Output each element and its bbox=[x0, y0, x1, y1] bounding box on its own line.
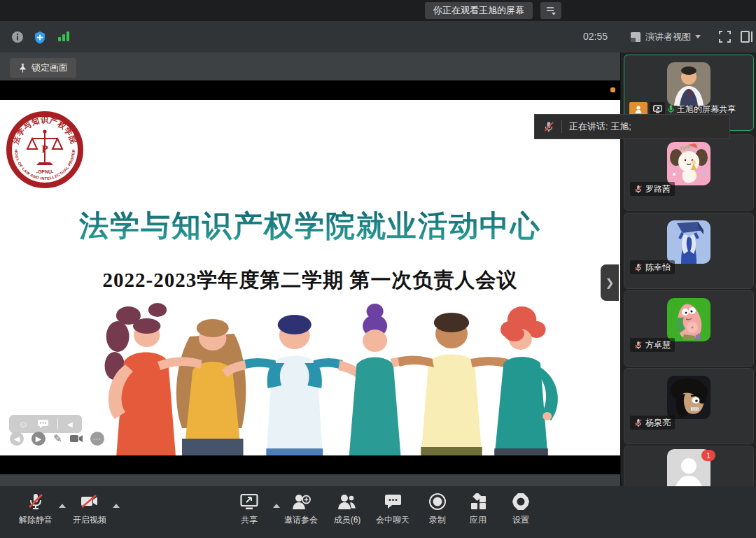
apps-grid-icon bbox=[470, 493, 487, 511]
shared-screen-area: 锁定画面 法学与知识产权学院 SCHOOL OF LAW AND bbox=[0, 52, 620, 486]
chat-icon bbox=[384, 493, 402, 510]
mic-active-icon bbox=[667, 104, 675, 114]
shield-plus-icon bbox=[34, 31, 46, 44]
notification-badge: 1 bbox=[701, 450, 715, 461]
prev-slide-button[interactable]: ◀ bbox=[10, 432, 24, 446]
avatar bbox=[667, 298, 710, 341]
signal-bars-icon bbox=[57, 31, 70, 42]
divider bbox=[57, 418, 58, 430]
view-mode-selector[interactable]: 演讲者视图 bbox=[630, 21, 701, 52]
layout-view-icon bbox=[630, 31, 641, 43]
mic-muted-icon bbox=[634, 341, 643, 350]
invite-label: 邀请参会 bbox=[284, 514, 318, 526]
presenter-tools-pill[interactable]: ☺ ◀ bbox=[9, 415, 82, 433]
presentation-slide: 法学与知识产权学院 SCHOOL OF LAW AND INTELLECTUAL… bbox=[0, 100, 620, 455]
slide-title: 法学与知识产权学院就业活动中心 bbox=[0, 206, 620, 246]
mic-muted-icon bbox=[634, 263, 643, 272]
participant-name-chip: 杨泉亮 bbox=[630, 416, 675, 430]
start-video-button[interactable]: 开启视频 bbox=[60, 493, 119, 526]
fullscreen-button[interactable] bbox=[719, 31, 731, 45]
participant-name: 罗路茜 bbox=[645, 183, 671, 195]
unmute-button[interactable]: 解除静音 bbox=[6, 493, 65, 526]
avatar: Yummy bbox=[667, 142, 710, 185]
hamburger-icon bbox=[545, 6, 556, 15]
participant-tile-luoluqian[interactable]: Yummy bbox=[624, 134, 754, 211]
avatar bbox=[667, 376, 710, 419]
record-label: 录制 bbox=[429, 514, 446, 526]
avatar bbox=[667, 220, 710, 264]
participant-name-chip: 罗路茜 bbox=[630, 182, 675, 196]
participant-name: 陈幸怡 bbox=[645, 262, 671, 274]
share-label: 共享 bbox=[241, 514, 258, 526]
participant-tile-unknown[interactable]: 1 bbox=[624, 446, 754, 486]
chevron-down-icon bbox=[695, 35, 701, 38]
side-panel-icon bbox=[741, 31, 752, 43]
fullscreen-icon bbox=[719, 31, 731, 43]
avatar-yangquanliang bbox=[667, 376, 710, 419]
lock-view-label: 锁定画面 bbox=[31, 62, 68, 74]
video-options-caret[interactable] bbox=[113, 504, 120, 508]
next-slide-button[interactable]: ▶ bbox=[31, 432, 46, 446]
camera-tool-icon[interactable] bbox=[70, 434, 83, 443]
mic-muted-icon bbox=[27, 493, 45, 511]
friends-illustration bbox=[84, 300, 574, 455]
speaking-tooltip: 正在讲话: 王旭; bbox=[534, 114, 730, 139]
shared-screen-frame: 法学与知识产权学院 SCHOOL OF LAW AND INTELLECTUAL… bbox=[0, 80, 620, 474]
avatar-chenxingyi bbox=[667, 220, 710, 264]
bottom-control-bar: 解除静音 开启视频 共享 bbox=[0, 486, 756, 538]
collapse-left-icon[interactable]: ◀ bbox=[67, 420, 73, 428]
avatar-fangzhuohui bbox=[667, 298, 710, 341]
school-seal-logo: 法学与知识产权学院 SCHOOL OF LAW AND INTELLECTUAL… bbox=[6, 111, 84, 189]
top-banner: 你正在观看王旭的屏幕 bbox=[0, 0, 756, 21]
smiley-icon[interactable]: ☺ bbox=[18, 418, 28, 430]
participant-tile-yangquanliang[interactable]: 杨泉亮 bbox=[624, 368, 754, 444]
watching-screen-label: 你正在观看王旭的屏幕 bbox=[425, 2, 533, 19]
banner-menu-button[interactable] bbox=[540, 2, 561, 19]
settings-button[interactable]: 设置 bbox=[491, 493, 550, 526]
meeting-info-button[interactable] bbox=[11, 31, 24, 43]
settings-gear-icon bbox=[512, 493, 530, 511]
toggle-sidebar-button[interactable] bbox=[741, 31, 752, 45]
pin-icon bbox=[18, 63, 27, 73]
view-mode-label: 演讲者视图 bbox=[645, 31, 691, 43]
apps-label: 应用 bbox=[470, 514, 486, 526]
chat-label: 会中聊天 bbox=[376, 514, 410, 526]
mic-muted-icon bbox=[543, 121, 554, 133]
avatar-luoluqian: Yummy bbox=[667, 142, 710, 185]
presenter-nav-controls: ◀ ▶ ✎ ⋯ bbox=[10, 432, 104, 446]
settings-label: 设置 bbox=[512, 514, 529, 526]
logo-abbr: -GPNU- bbox=[36, 169, 55, 174]
slide-subtitle: 2022-2023学年度第二学期 第一次负责人会议 bbox=[0, 267, 620, 295]
share-screen-button[interactable]: 共享 bbox=[220, 493, 279, 526]
participant-name: 杨泉亮 bbox=[645, 417, 671, 429]
avatar bbox=[667, 62, 710, 106]
meeting-window: 你正在观看王旭的屏幕 bbox=[0, 0, 756, 538]
presenter-indicator-dot bbox=[610, 87, 615, 92]
unmute-label: 解除静音 bbox=[19, 514, 52, 526]
lock-view-button[interactable]: 锁定画面 bbox=[10, 58, 76, 78]
participant-name: 方卓慧 bbox=[645, 339, 671, 351]
participant-name-chip: 陈幸怡 bbox=[630, 260, 675, 274]
security-button[interactable] bbox=[34, 31, 46, 44]
sidebar-expand-tab[interactable]: ❯ bbox=[601, 264, 619, 301]
comment-icon[interactable] bbox=[38, 420, 48, 428]
meeting-timer: 02:55 bbox=[583, 21, 608, 52]
record-icon bbox=[428, 493, 447, 511]
participant-tile-chenxingyi[interactable]: 陈幸怡 bbox=[624, 213, 754, 289]
network-quality-button[interactable] bbox=[57, 31, 70, 42]
logo-center-letter: P bbox=[41, 143, 48, 155]
mic-muted-icon bbox=[634, 418, 643, 427]
more-tools-button[interactable]: ⋯ bbox=[90, 432, 104, 446]
participant-tile-fangzhuohui[interactable]: 方卓慧 bbox=[624, 290, 754, 367]
divider bbox=[561, 120, 562, 133]
members-icon bbox=[337, 493, 358, 511]
members-label: 成员(6) bbox=[334, 514, 361, 526]
avatar-wangxu bbox=[667, 62, 710, 106]
mic-muted-icon bbox=[634, 185, 643, 194]
participant-name: 王旭的屏幕共享 bbox=[677, 104, 736, 115]
camera-muted-icon bbox=[80, 493, 99, 511]
participant-name-chip: 方卓慧 bbox=[630, 338, 675, 352]
invite-person-icon bbox=[291, 493, 311, 511]
pen-tool-icon[interactable]: ✎ bbox=[53, 432, 62, 445]
info-icon bbox=[11, 31, 24, 43]
